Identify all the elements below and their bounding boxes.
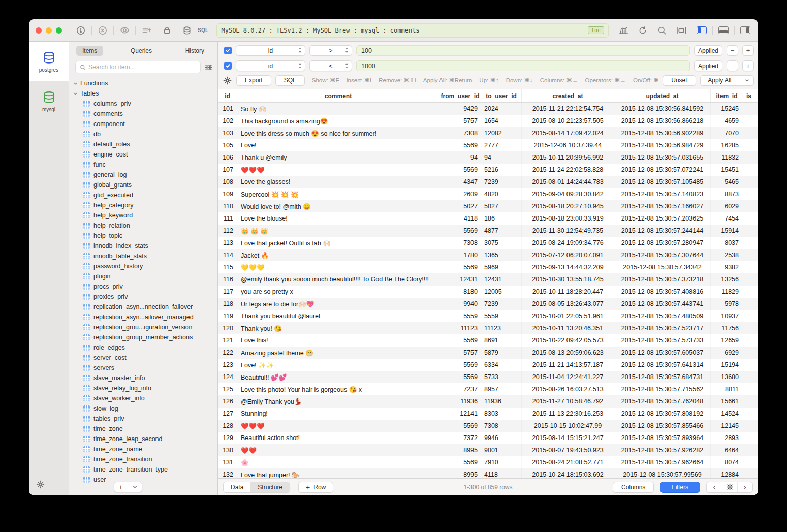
cell-created-at[interactable]: 2015-11-24 22:02:58.828	[522, 164, 614, 176]
table-row[interactable]: 120 Thank you! 😘 11123 11123 2015-10-11 …	[218, 322, 758, 334]
cell-updated-at[interactable]: 2015-12-08 15:30:57.307644	[614, 249, 711, 261]
table-row[interactable]: 122 Amazing pastel theme 😬 5757 5879 201…	[218, 347, 758, 359]
cell-to-user-id[interactable]: 3075	[481, 237, 522, 249]
cell-created-at[interactable]: 2015-08-14 17:09:42.024	[522, 127, 614, 139]
column-header-id[interactable]: id	[218, 89, 237, 102]
table-row[interactable]: 128 ❤️❤️❤️ 5569 7308 2015-10-15 10:02:47…	[218, 420, 758, 432]
table-row[interactable]: 117 you are so pretty x 8180 12005 2015-…	[218, 286, 758, 298]
sidebar-table-item[interactable]: tables_priv	[72, 414, 217, 424]
table-row[interactable]: 131 🌸 5569 7910 2015-08-24 21:08:52.771 …	[218, 456, 758, 468]
filters-button[interactable]: Filters	[660, 482, 700, 493]
cell-id[interactable]: 127	[218, 408, 237, 420]
cell-updated-at[interactable]: 2015-12-08 15:30:57.641314	[614, 359, 711, 371]
cell-created-at[interactable]: 2015-10-11 20:39:56.992	[522, 151, 614, 164]
cell-id[interactable]: 126	[218, 395, 237, 408]
cell-from-user-id[interactable]: 12431	[439, 273, 481, 286]
cell-item-id[interactable]: 7454	[711, 212, 743, 225]
cell-is[interactable]	[743, 371, 758, 383]
sidebar-table-item[interactable]: help_category	[72, 200, 217, 210]
cell-id[interactable]: 128	[218, 420, 237, 432]
table-row[interactable]: 132 Love that jumper! 🐎 8995 4118 2015-1…	[218, 468, 758, 478]
sidebar-table-item[interactable]: db	[72, 129, 217, 139]
minimize-window-button[interactable]	[46, 27, 52, 34]
sidebar-table-item[interactable]: innodb_table_stats	[72, 251, 217, 261]
cell-to-user-id[interactable]: 12005	[481, 286, 522, 298]
add-filter-button[interactable]: +	[742, 60, 754, 71]
cell-id[interactable]: 120	[218, 322, 237, 334]
cell-to-user-id[interactable]: 7239	[481, 176, 522, 188]
cell-id[interactable]: 111	[218, 212, 237, 225]
cell-from-user-id[interactable]: 5569	[439, 334, 481, 347]
cell-comment[interactable]: Amazing pastel theme 😬	[237, 347, 439, 359]
cell-is[interactable]	[743, 127, 758, 139]
cell-id[interactable]: 113	[218, 237, 237, 249]
remove-filter-button[interactable]: −	[727, 60, 738, 71]
cell-id[interactable]: 108	[218, 176, 237, 188]
cell-id[interactable]: 132	[218, 468, 237, 478]
cell-to-user-id[interactable]: 5969	[481, 261, 522, 273]
add-item-menu-button[interactable]	[128, 482, 142, 492]
cell-item-id[interactable]: 13256	[711, 273, 743, 286]
cell-from-user-id[interactable]: 1780	[439, 249, 481, 261]
cell-comment[interactable]: ❤️❤️	[237, 444, 439, 456]
sidebar-table-item[interactable]: server_cost	[72, 353, 217, 363]
cell-comment[interactable]: Beautiful action shot!	[237, 432, 439, 444]
cell-created-at[interactable]: 2015-11-21 14:13:57.187	[522, 359, 614, 371]
cell-updated-at[interactable]: 2015-12-08 15:30:56.984729	[614, 139, 711, 151]
cell-comment[interactable]: 💛💛💛	[237, 261, 439, 273]
cell-from-user-id[interactable]: 5569	[439, 359, 481, 371]
cell-to-user-id[interactable]: 5559	[481, 310, 522, 322]
cell-from-user-id[interactable]: 5569	[439, 371, 481, 383]
structure-tab[interactable]: Structure	[250, 482, 290, 492]
refresh-icon[interactable]	[635, 24, 650, 37]
cell-id[interactable]: 129	[218, 432, 237, 444]
cell-from-user-id[interactable]: 2609	[439, 188, 481, 200]
cell-from-user-id[interactable]: 94	[439, 151, 481, 164]
cell-updated-at[interactable]: 2015-12-08 15:30:57.105485	[614, 176, 711, 188]
next-page-button[interactable]: ›	[737, 482, 752, 492]
cell-created-at[interactable]: 2015-08-18 20:27:10.945	[522, 200, 614, 212]
cell-item-id[interactable]: 15451	[711, 164, 743, 176]
sidebar-table-item[interactable]: slave_master_info	[72, 373, 217, 383]
filter-value-input[interactable]: 100	[356, 45, 690, 56]
columns-button[interactable]: Columns	[613, 482, 654, 493]
cell-comment[interactable]: This background is amazing😍	[237, 115, 439, 127]
cell-from-user-id[interactable]: 4347	[439, 176, 481, 188]
cell-id[interactable]: 125	[218, 383, 237, 395]
sidebar-table-item[interactable]: replication_grou...iguration_version	[72, 322, 217, 332]
sidebar-table-item[interactable]: global_grants	[72, 180, 217, 190]
sidebar-table-item[interactable]: help_relation	[72, 221, 217, 231]
cell-updated-at[interactable]: 2015-12-08 15:30:56.902289	[614, 127, 711, 139]
cell-item-id[interactable]: 6029	[711, 200, 743, 212]
cell-is[interactable]	[743, 468, 758, 478]
deploy-icon[interactable]	[73, 24, 88, 37]
cell-comment[interactable]: Love the blouse!	[237, 212, 439, 225]
cell-item-id[interactable]: 14524	[711, 408, 743, 420]
cell-is[interactable]	[743, 151, 758, 164]
zoom-window-button[interactable]	[56, 27, 62, 34]
cell-from-user-id[interactable]: 12141	[439, 408, 481, 420]
cell-comment[interactable]: Love this photo! Your hair is gorgeous 😘…	[237, 383, 439, 395]
cell-created-at[interactable]: 2015-09-13 14:44:32.209	[522, 261, 614, 273]
table-row[interactable]: 108 Love the glasses! 4347 7239 2015-08-…	[218, 176, 758, 188]
cell-from-user-id[interactable]: 8995	[439, 444, 481, 456]
sidebar-table-item[interactable]: time_zone	[72, 424, 217, 434]
cell-updated-at[interactable]: 2015-12-08 15:30:57.962664	[614, 456, 711, 468]
settings-gear-icon[interactable]	[36, 480, 45, 491]
cell-created-at[interactable]: 2015-08-07 19:43:50.923	[522, 444, 614, 456]
sidebar-table-item[interactable]: time_zone_name	[72, 444, 217, 454]
cell-to-user-id[interactable]: 12431	[481, 273, 522, 286]
filter-value-input[interactable]: 1000	[356, 60, 690, 71]
cell-from-user-id[interactable]: 5027	[439, 200, 481, 212]
cell-updated-at[interactable]: 2015-12-08 15:30:57.031655	[614, 151, 711, 164]
cell-id[interactable]: 112	[218, 225, 237, 237]
table-row[interactable]: 116 @emily thank you soooo much beautifu…	[218, 273, 758, 286]
cell-is[interactable]	[743, 395, 758, 408]
table-row[interactable]: 130 ❤️❤️ 8995 9001 2015-08-07 19:43:50.9…	[218, 444, 758, 456]
cell-id[interactable]: 131	[218, 456, 237, 468]
table-row[interactable]: 111 Love the blouse! 4118 186 2015-08-18…	[218, 212, 758, 225]
table-row[interactable]: 114 Jacket 🔥 1780 1365 2015-07-12 06:20:…	[218, 249, 758, 261]
cell-comment[interactable]: Love this dress so much 😍 so nice for su…	[237, 127, 439, 139]
cell-comment[interactable]: Jacket 🔥	[237, 249, 439, 261]
close-connection-icon[interactable]	[95, 24, 110, 37]
